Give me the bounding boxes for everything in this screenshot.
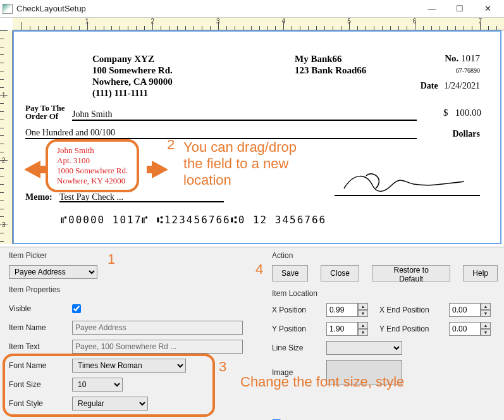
annotation-font-text: Change the font size, style bbox=[240, 374, 404, 390]
annotation-drag-text: You can drag/drop the field to a new loc… bbox=[183, 139, 297, 188]
right-column: Action 4 Save Close Restore to Default H… bbox=[266, 247, 504, 420]
micr-line[interactable]: ⑈00000 1017⑈ ⑆123456766⑆0 12 3456766 bbox=[61, 214, 326, 226]
window-title: CheckLayoutSetup bbox=[16, 4, 418, 13]
spin-down-icon[interactable]: ▼ bbox=[481, 329, 491, 336]
check-number[interactable]: No. 1017 bbox=[445, 53, 480, 64]
close-window-button[interactable]: ✕ bbox=[474, 1, 501, 17]
item-picker-select[interactable]: Payee Address bbox=[9, 265, 97, 279]
payee-address-field[interactable]: John Smith Apt. 3100 1000 Somewhere Rd. … bbox=[46, 139, 139, 192]
font-name-label: Font Name bbox=[9, 361, 72, 370]
company-addr2: Nowhere, CA 90000 bbox=[92, 76, 173, 87]
routing-small[interactable]: 67-76890 bbox=[456, 67, 480, 74]
x-end-position-label: X End Position bbox=[379, 306, 449, 314]
save-button[interactable]: Save bbox=[272, 265, 308, 281]
x-position-spinner[interactable]: ▲▼ bbox=[326, 303, 379, 317]
close-button[interactable]: Close bbox=[321, 265, 359, 281]
check-number-label: No. bbox=[445, 53, 458, 63]
date-field[interactable]: Date 1/24/2021 bbox=[421, 81, 480, 91]
memo-field[interactable]: Test Pay Check ... bbox=[59, 192, 224, 202]
control-panel: Item Picker 1 Payee Address Item Propert… bbox=[0, 247, 504, 420]
item-properties-label: Item Properties bbox=[9, 285, 259, 294]
y-end-position-label: Y End Position bbox=[379, 324, 449, 333]
window-titlebar: CheckLayoutSetup — ☐ ✕ bbox=[0, 0, 504, 18]
check-canvas[interactable]: Company XYZ 100 Somewhere Rd. Nowhere, C… bbox=[13, 30, 501, 244]
help-button[interactable]: Help bbox=[463, 265, 498, 281]
dollars-label: Dollars bbox=[452, 129, 480, 139]
arrow-left-icon bbox=[24, 161, 40, 178]
item-name-input[interactable] bbox=[72, 321, 243, 335]
y-position-label: Y Position bbox=[272, 324, 326, 333]
check-number-value: 1017 bbox=[461, 53, 480, 63]
ruler-vertical: 123 bbox=[0, 30, 13, 244]
ruler-horizontal: 1234567 bbox=[13, 18, 504, 30]
bank-name: My Bank66 bbox=[295, 53, 366, 65]
visible-label: Visible bbox=[9, 304, 72, 313]
font-size-label: Font Size bbox=[9, 380, 72, 389]
payee-field[interactable]: John Smith bbox=[72, 109, 417, 121]
amount-written-field[interactable]: One Hundred and 00/100 bbox=[25, 128, 417, 139]
memo-label: Memo: bbox=[25, 192, 52, 202]
bank-addr: 123 Bank Road66 bbox=[295, 65, 366, 76]
check-layout: Company XYZ 100 Somewhere Rd. Nowhere, C… bbox=[23, 37, 493, 239]
company-block[interactable]: Company XYZ 100 Somewhere Rd. Nowhere, C… bbox=[92, 53, 173, 99]
font-size-select[interactable]: 10 bbox=[72, 378, 123, 392]
app-icon bbox=[3, 4, 13, 14]
item-picker-label: Item Picker bbox=[9, 251, 259, 260]
action-label: Action bbox=[272, 251, 498, 260]
font-style-label: Font Style bbox=[9, 399, 72, 408]
company-name: Company XYZ bbox=[92, 53, 173, 65]
spin-up-icon[interactable]: ▲ bbox=[481, 303, 491, 310]
bank-block[interactable]: My Bank66 123 Bank Road66 bbox=[295, 53, 366, 76]
pay-to-label: Pay To The Order Of bbox=[25, 104, 65, 120]
font-style-select[interactable]: Regular bbox=[72, 397, 148, 411]
spin-down-icon[interactable]: ▼ bbox=[358, 310, 368, 317]
annotation-number-4: 4 bbox=[255, 261, 263, 278]
company-addr1: 100 Somewhere Rd. bbox=[92, 65, 173, 76]
spin-up-icon[interactable]: ▲ bbox=[358, 322, 368, 329]
signature-image[interactable] bbox=[341, 166, 467, 198]
restore-default-button[interactable]: Restore to Default bbox=[372, 265, 450, 281]
x-end-position-spinner[interactable]: ▲▼ bbox=[449, 303, 496, 317]
item-text-input[interactable] bbox=[72, 340, 243, 354]
x-position-label: X Position bbox=[272, 306, 326, 314]
spin-down-icon[interactable]: ▼ bbox=[358, 329, 368, 336]
date-value: 1/24/2021 bbox=[444, 81, 480, 90]
visible-checkbox[interactable] bbox=[72, 304, 81, 313]
item-name-label: Item Name bbox=[9, 323, 72, 332]
arrow-right-icon bbox=[152, 161, 168, 178]
left-column: Item Picker 1 Payee Address Item Propert… bbox=[0, 247, 266, 420]
line-size-label: Line Size bbox=[272, 343, 326, 352]
font-name-select[interactable]: Times New Roman bbox=[72, 359, 186, 373]
company-phone: (111) 111-1111 bbox=[92, 87, 173, 99]
annotation-number-1: 1 bbox=[108, 251, 115, 268]
spin-down-icon[interactable]: ▼ bbox=[481, 310, 491, 317]
maximize-button[interactable]: ☐ bbox=[446, 1, 474, 17]
item-text-label: Item Text bbox=[9, 342, 72, 351]
spin-up-icon[interactable]: ▲ bbox=[481, 322, 491, 329]
annotation-number-2: 2 bbox=[167, 137, 175, 153]
minimize-button[interactable]: — bbox=[418, 1, 446, 17]
line-size-select[interactable] bbox=[326, 341, 402, 355]
arrow-left-stem bbox=[39, 166, 46, 173]
date-label: Date bbox=[421, 81, 438, 90]
annotation-number-3: 3 bbox=[219, 359, 226, 375]
amount-field[interactable]: $ 100.00 bbox=[443, 108, 481, 118]
item-location-label: Item Location bbox=[272, 289, 498, 298]
y-end-position-spinner[interactable]: ▲▼ bbox=[449, 322, 496, 336]
y-position-spinner[interactable]: ▲▼ bbox=[326, 322, 379, 336]
spin-up-icon[interactable]: ▲ bbox=[358, 303, 368, 310]
